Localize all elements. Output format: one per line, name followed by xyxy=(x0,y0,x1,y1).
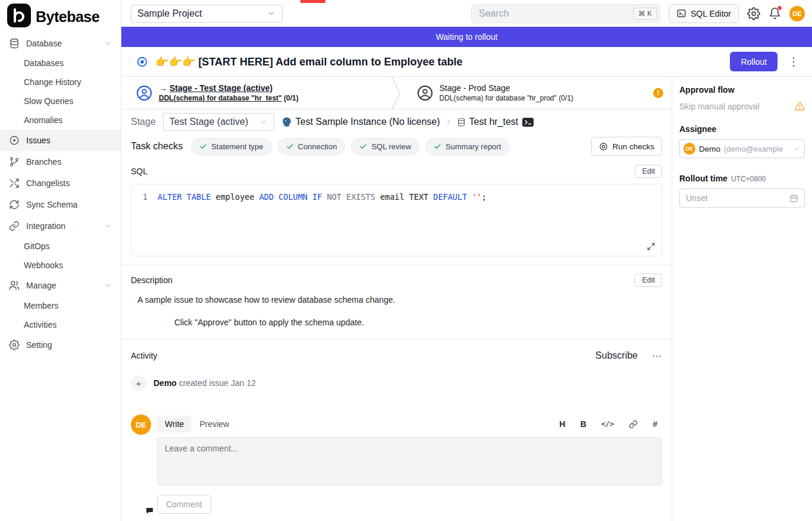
terminal-icon xyxy=(676,8,686,18)
bytebase-logo-icon xyxy=(7,4,31,30)
chevron-down-icon xyxy=(793,145,801,153)
stage-pipeline: → Stage - Test Stage (active) DDL(schema… xyxy=(121,77,672,109)
activity-event: + Demo created issue Jan 12 xyxy=(131,375,662,391)
tab-preview[interactable]: Preview xyxy=(192,416,237,432)
instance-link[interactable]: Test Sample Instance (No license) xyxy=(281,117,440,127)
sidebar-nav: Database Databases Change History Slow Q… xyxy=(0,33,121,356)
sidebar-item-webhooks[interactable]: Webhooks xyxy=(0,256,121,275)
comment-editor: DE Write Preview H B xyxy=(131,415,662,514)
assignee-name: Demo xyxy=(699,145,720,153)
activity-more-icon[interactable]: ⋯ xyxy=(652,350,662,362)
sidebar-item-members[interactable]: Members xyxy=(0,296,121,315)
rollout-time-input[interactable]: Unset xyxy=(679,189,805,208)
activity-user: Demo xyxy=(153,378,177,388)
heading-format-icon[interactable]: H xyxy=(559,419,565,429)
issue-status-icon xyxy=(136,56,148,68)
sidebar-item-setting[interactable]: Setting xyxy=(0,334,121,356)
more-menu-icon[interactable]: ⋮ xyxy=(785,55,802,68)
stage-card-test[interactable]: → Stage - Test Stage (active) DDL(schema… xyxy=(121,77,391,109)
sql-label: SQL xyxy=(131,167,148,176)
stage-card-prod[interactable]: Stage - Prod Stage DDL(schema) for datab… xyxy=(402,77,672,109)
sql-editor-button[interactable]: SQL Editor xyxy=(669,4,739,23)
sql-statement: ALTER TABLE employee ADD COLUMN IF NOT E… xyxy=(158,192,487,202)
changelist-icon xyxy=(9,178,20,189)
notifications-bell-icon[interactable] xyxy=(769,7,781,20)
brand-header[interactable]: Bytebase xyxy=(0,0,121,33)
issue-title: 👉👉👉 [START HERE] Add email column to Emp… xyxy=(155,55,723,68)
task-checks-row: Task checks Statement type Connection SQ… xyxy=(121,135,672,158)
attention-badge: ! xyxy=(653,88,663,98)
sidebar-item-database[interactable]: Database xyxy=(0,33,121,54)
run-checks-icon xyxy=(599,142,608,151)
description-edit-button[interactable]: Edit xyxy=(635,274,662,287)
comment-submit-button[interactable]: Comment xyxy=(157,495,211,514)
comment-tabs: Write Preview H B </> # xyxy=(157,415,662,434)
instance-name: Test Sample Instance (No license) xyxy=(296,117,440,127)
search-box[interactable]: ⌘ K xyxy=(471,4,660,23)
stage-task: DDL(schema) for database "hr_test" xyxy=(159,94,282,102)
stage-assignee-icon xyxy=(417,85,433,101)
settings-gear-icon[interactable] xyxy=(747,7,760,20)
search-shortcut: ⌘ K xyxy=(634,8,657,20)
tab-write[interactable]: Write xyxy=(157,416,192,432)
subscribe-button[interactable]: Subscribe xyxy=(595,350,638,361)
check-icon xyxy=(359,143,367,150)
sidebar-item-anomalies[interactable]: Anomalies xyxy=(0,111,121,130)
search-input[interactable] xyxy=(479,8,634,19)
sql-code-block[interactable]: 1 ALTER TABLE employee ADD COLUMN IF NOT… xyxy=(131,184,662,256)
sidebar-item-changelists[interactable]: Changelists xyxy=(0,172,121,194)
check-pill-statement-type[interactable]: Statement type xyxy=(191,138,271,155)
sidebar-item-integration[interactable]: Integration xyxy=(0,215,121,237)
open-in-sql-editor-icon[interactable] xyxy=(522,118,534,127)
assignee-select[interactable]: DE Demo (demo@example xyxy=(679,139,805,158)
check-icon xyxy=(434,143,441,150)
description-label: Description xyxy=(131,275,173,285)
approval-flow-label: Approval flow xyxy=(679,85,805,95)
chevron-right-icon xyxy=(444,118,453,126)
check-pill-summary-report[interactable]: Summary report xyxy=(425,138,509,155)
rollout-time-value: Unset xyxy=(686,193,708,203)
rollout-button[interactable]: Rollout xyxy=(730,52,777,71)
database-icon xyxy=(457,118,466,127)
stage-label: Stage xyxy=(131,117,156,127)
main-area: Sample Project ⌘ K SQL Editor DE Waiting… xyxy=(121,0,812,521)
stage-name: Stage - Test Stage (active) xyxy=(170,83,272,93)
link-format-icon[interactable] xyxy=(629,420,638,429)
users-icon xyxy=(9,280,20,291)
description-text: Click "Approve" button to apply the sche… xyxy=(174,318,662,327)
sidebar-item-databases[interactable]: Databases xyxy=(0,54,121,73)
reference-format-icon[interactable]: # xyxy=(653,419,657,429)
sidebar-item-slow-queries[interactable]: Slow Queries xyxy=(0,92,121,111)
code-format-icon[interactable]: </> xyxy=(601,420,615,428)
chevron-down-icon xyxy=(259,118,268,126)
check-pill-connection[interactable]: Connection xyxy=(278,138,346,155)
project-select[interactable]: Sample Project xyxy=(131,5,283,23)
bold-format-icon[interactable]: B xyxy=(580,419,586,429)
assignee-avatar: DE xyxy=(684,143,695,155)
issue-sidebar: Approval flow Skip manual approval Assig… xyxy=(672,77,812,521)
sidebar-item-change-history[interactable]: Change History xyxy=(0,73,121,92)
sidebar-item-sync-schema[interactable]: Sync Schema xyxy=(0,194,121,215)
assignee-email: (demo@example xyxy=(724,145,789,153)
check-icon xyxy=(199,143,207,150)
sidebar-item-gitops[interactable]: GitOps xyxy=(0,237,121,256)
sidebar-item-issues[interactable]: Issues xyxy=(0,130,121,151)
run-checks-button[interactable]: Run checks xyxy=(591,137,662,156)
sidebar-item-manage[interactable]: Manage xyxy=(0,275,121,296)
issue-header: 👉👉👉 [START HERE] Add email column to Emp… xyxy=(121,47,812,77)
sidebar-item-branches[interactable]: Branches xyxy=(0,151,121,172)
database-link[interactable]: Test hr_test xyxy=(457,117,519,127)
issue-icon xyxy=(9,135,20,146)
database-name: Test hr_test xyxy=(469,117,519,127)
description-section: Description Edit A sample issue to showc… xyxy=(121,265,672,339)
stage-select[interactable]: Test Stage (active) xyxy=(163,113,274,131)
comment-input[interactable] xyxy=(157,437,662,485)
check-pill-sql-review[interactable]: SQL review xyxy=(351,138,419,155)
sql-edit-button[interactable]: Edit xyxy=(635,165,662,178)
sidebar-item-activities[interactable]: Activities xyxy=(0,315,121,334)
user-avatar[interactable]: DE xyxy=(789,6,805,21)
expand-editor-icon[interactable] xyxy=(647,242,656,251)
line-number: 1 xyxy=(131,192,158,202)
rollout-timezone: UTC+0800 xyxy=(731,175,766,183)
chevron-down-icon xyxy=(267,9,276,18)
